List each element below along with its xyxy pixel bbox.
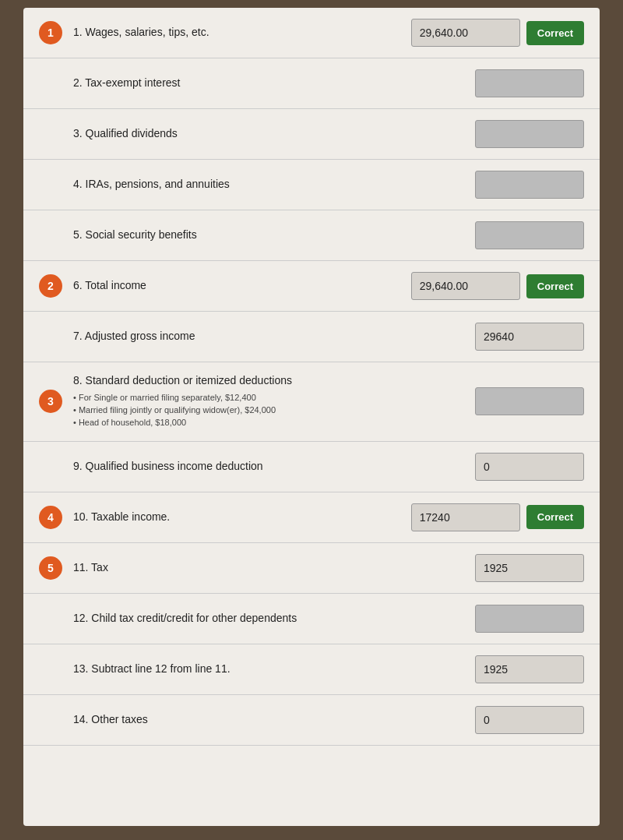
form-row-row13: 13. Subtract line 12 from line 11.1925 (23, 644, 600, 695)
row-label-row14: 14. Other taxes (73, 712, 475, 728)
row-label-row7: 7. Adjusted gross income (73, 329, 475, 344)
value-box-row8[interactable] (475, 387, 584, 415)
form-row-row5: 5. Social security benefits (23, 210, 600, 261)
row-label-row13: 13. Subtract line 12 from line 11. (73, 662, 475, 677)
input-area-row9: 0 (475, 453, 584, 481)
form-row-row11: 511. Tax1925 (23, 543, 600, 594)
value-box-row13[interactable]: 1925 (475, 655, 584, 683)
value-box-row3[interactable] (475, 120, 584, 148)
row-label-row9: 9. Qualified business income deduction (73, 459, 475, 475)
value-box-row9[interactable]: 0 (475, 453, 584, 481)
input-area-row8 (475, 387, 584, 415)
form-row-row7: 7. Adjusted gross income29640 (23, 312, 600, 362)
input-area-row1: 29,640.00Correct (411, 19, 584, 47)
row-label-row10: 10. Taxable income. (73, 510, 411, 525)
value-box-row2[interactable] (475, 69, 584, 97)
step-number-5: 5 (39, 556, 62, 580)
input-area-row10: 17240Correct (411, 503, 584, 531)
form-row-row1: 11. Wages, salaries, tips, etc.29,640.00… (23, 8, 600, 58)
input-area-row5 (475, 221, 584, 249)
row-label-row1: 1. Wages, salaries, tips, etc. (73, 25, 411, 41)
input-area-row6: 29,640.00Correct (411, 272, 584, 300)
value-box-row5[interactable] (475, 221, 584, 249)
form-content: 11. Wages, salaries, tips, etc.29,640.00… (23, 8, 600, 746)
correct-button-row10[interactable]: Correct (526, 505, 584, 529)
value-box-row6[interactable]: 29,640.00 (411, 272, 520, 300)
row-label-row5: 5. Social security benefits (73, 228, 475, 243)
form-row-row10: 410. Taxable income.17240Correct (23, 492, 600, 543)
form-row-row9: 9. Qualified business income deduction0 (23, 442, 600, 492)
input-area-row3 (475, 120, 584, 148)
form-row-row12: 12. Child tax credit/credit for other de… (23, 594, 600, 644)
step-number-3: 3 (39, 390, 62, 413)
form-row-row2: 2. Tax-exempt interest (23, 58, 600, 109)
step-number-2: 2 (39, 274, 62, 298)
input-area-row13: 1925 (475, 655, 584, 683)
value-box-row11[interactable]: 1925 (475, 554, 584, 582)
form-row-row6: 26. Total income29,640.00Correct (23, 261, 600, 312)
input-area-row4 (475, 171, 584, 199)
correct-button-row1[interactable]: Correct (526, 21, 584, 45)
value-box-row4[interactable] (475, 171, 584, 199)
row-subitems-row8: • For Single or married filing separatel… (73, 392, 475, 429)
form-row-row3: 3. Qualified dividends (23, 109, 600, 160)
step-number-1: 1 (39, 21, 62, 44)
input-area-row14: 0 (475, 706, 584, 734)
row-label-row8: 8. Standard deduction or itemized deduct… (73, 373, 475, 430)
row-label-row3: 3. Qualified dividends (73, 126, 475, 142)
input-area-row7: 29640 (475, 323, 584, 351)
subitem-text: • Head of household, $18,000 (73, 417, 475, 429)
input-area-row12 (475, 605, 584, 633)
row-label-row6: 6. Total income (73, 278, 411, 294)
value-box-row7[interactable]: 29640 (475, 323, 584, 351)
correct-button-row6[interactable]: Correct (526, 274, 584, 298)
value-box-row14[interactable]: 0 (475, 706, 584, 734)
value-box-row10[interactable]: 17240 (411, 503, 520, 531)
tax-form: 11. Wages, salaries, tips, etc.29,640.00… (23, 8, 600, 826)
step-number-4: 4 (39, 506, 62, 529)
row-label-row2: 2. Tax-exempt interest (73, 76, 475, 91)
form-row-row8: 38. Standard deduction or itemized deduc… (23, 362, 600, 442)
value-box-row1[interactable]: 29,640.00 (411, 19, 520, 47)
form-row-row14: 14. Other taxes0 (23, 695, 600, 746)
row-label-row11: 11. Tax (73, 560, 475, 576)
form-row-row4: 4. IRAs, pensions, and annuities (23, 160, 600, 210)
value-box-row12[interactable] (475, 605, 584, 633)
input-area-row11: 1925 (475, 554, 584, 582)
subitem-text: • Married filing jointly or qualifying w… (73, 404, 475, 416)
row-label-row12: 12. Child tax credit/credit for other de… (73, 611, 475, 626)
input-area-row2 (475, 69, 584, 97)
row-label-row4: 4. IRAs, pensions, and annuities (73, 177, 475, 192)
subitem-text: • For Single or married filing separatel… (73, 392, 475, 404)
